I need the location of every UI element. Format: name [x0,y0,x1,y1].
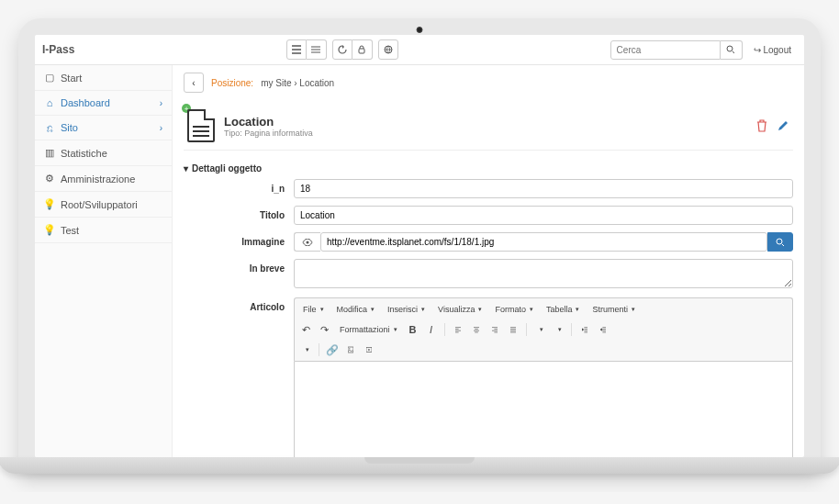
menu-strumenti[interactable]: Strumenti▾ [587,301,641,318]
document-icon [187,109,215,142]
link-button[interactable]: 🔗 [324,342,341,358]
sitemap-icon: ⎌ [44,122,55,133]
undo-button[interactable]: ↶ [297,321,314,338]
align-right-button[interactable] [487,321,503,338]
sidebar-item-statistiche[interactable]: ▥ Statistiche [35,140,172,166]
indent-button[interactable] [595,321,611,338]
barchart-icon: ▥ [44,147,55,159]
section-toggle[interactable]: ▾ Dettagli oggetto [184,158,793,179]
label-titolo: Titolo [184,206,294,220]
menu-tabella[interactable]: Tabella▾ [541,301,586,318]
chevron-right-icon: › [160,123,162,133]
cogs-icon: ⚙ [44,173,55,185]
image-button[interactable] [342,342,359,358]
svg-rect-0 [359,49,364,53]
label-articolo: Articolo [184,297,294,312]
row-articolo: Articolo File▾ Modifica▾ Inserisci▾ Visu… [184,297,793,457]
number-list-button[interactable]: 123▾ [550,321,566,338]
refresh-button[interactable] [332,39,352,60]
topbar-group-1 [286,39,327,60]
brand: I-Pass [42,43,74,56]
bullet-list-button[interactable]: ▾ [531,321,548,338]
eye-addon[interactable] [294,232,320,252]
search-button[interactable] [721,40,743,60]
sidebar-item-label: Statistiche [61,148,107,159]
sidebar-item-test[interactable]: 💡 Test [35,218,172,243]
doc-icon-wrap: + [187,109,215,142]
align-left-button[interactable] [450,321,466,338]
sidebar-item-label: Dashboard [61,97,110,108]
page-subtitle: Tipo: Pagina informativa [224,129,313,138]
chevron-down-icon: ▾ [184,163,188,174]
sidebar-item-root[interactable]: 💡 Root/Sviluppatori [35,192,172,218]
sidebar-item-label: Amministrazione [61,174,135,185]
outdent-button[interactable] [576,321,593,338]
title-block: Location Tipo: Pagina informativa [224,115,313,138]
page-title: Location [224,115,313,129]
svg-point-2 [727,46,733,51]
row-titolo: Titolo [184,206,793,225]
label-in: i_n [184,179,294,194]
camera-dot [417,27,423,33]
label-immagine: Immagine [184,232,294,247]
sidebar-item-label: Root/Sviluppatori [61,199,138,210]
bulb-icon: 💡 [44,224,55,236]
topbar: I-Pass [35,35,804,65]
input-inbreve[interactable] [294,259,793,288]
redo-button[interactable]: ↷ [316,321,332,338]
laptop-frame: I-Pass [18,18,821,474]
editor-body[interactable] [294,361,793,457]
search-wrap [610,40,743,60]
svg-point-3 [307,241,309,243]
home-icon: ⌂ [44,97,55,108]
menu-modifica[interactable]: Modifica▾ [331,301,381,318]
menu-visualizza[interactable]: Visualizza▾ [432,301,487,318]
globe-button[interactable] [378,39,398,60]
sidebar-item-dashboard[interactable]: ⌂ Dashboard › [35,91,172,116]
align-justify-button[interactable] [505,321,521,338]
table-button[interactable]: ▾ [297,342,314,358]
lock-button[interactable] [352,39,373,60]
editor-toolbar: File▾ Modifica▾ Inserisci▾ Visualizza▾ F… [294,297,793,361]
main-content: ‹ Posizione: my Site › Location + Locati… [173,65,804,457]
sidebar-item-label: Sito [61,122,78,133]
input-in[interactable] [294,179,793,198]
search-input[interactable] [610,40,721,60]
row-immagine: Immagine [184,232,793,252]
menu-formato[interactable]: Formato▾ [489,301,539,318]
bulb-icon: 💡 [44,198,55,210]
logout-link[interactable]: ↪ Logout [748,41,797,59]
bold-button[interactable]: B [405,321,421,338]
edit-button[interactable] [777,119,789,132]
list-button[interactable] [286,39,307,60]
input-titolo[interactable] [294,206,793,225]
topbar-group-2 [332,39,373,60]
sidebar-item-start[interactable]: ▢ Start [35,65,172,91]
italic-button[interactable]: I [423,321,440,338]
monitor-icon: ▢ [44,72,55,84]
breadcrumb-path: my Site › Location [261,78,334,88]
sidebar-item-sito[interactable]: ⎌ Sito › [35,116,172,140]
screen: I-Pass [35,35,804,457]
trackpad-notch [364,457,475,464]
label-inbreve: In breve [184,259,294,274]
menu-inserisci[interactable]: Inserisci▾ [382,301,431,318]
sidebar-item-amministrazione[interactable]: ⚙ Amministrazione [35,166,172,192]
media-button[interactable] [361,342,377,358]
section-title: Dettagli oggetto [192,163,262,174]
sidebar-item-label: Test [61,225,79,236]
delete-button[interactable] [756,119,767,132]
image-search-button[interactable] [767,232,793,252]
back-button[interactable]: ‹ [184,73,204,93]
menu-button[interactable] [307,39,327,60]
breadcrumb-label: Posizione: [211,78,253,88]
chevron-right-icon: › [160,98,162,108]
input-immagine[interactable] [320,232,767,252]
sidebar-item-label: Start [61,73,82,84]
align-center-button[interactable] [468,321,485,338]
svg-point-13 [349,348,350,349]
page-header: + Location Tipo: Pagina informativa [184,102,793,151]
menu-file[interactable]: File▾ [297,301,330,318]
format-dropdown[interactable]: Formattazioni▾ [334,321,403,338]
row-inbreve: In breve [184,259,793,290]
